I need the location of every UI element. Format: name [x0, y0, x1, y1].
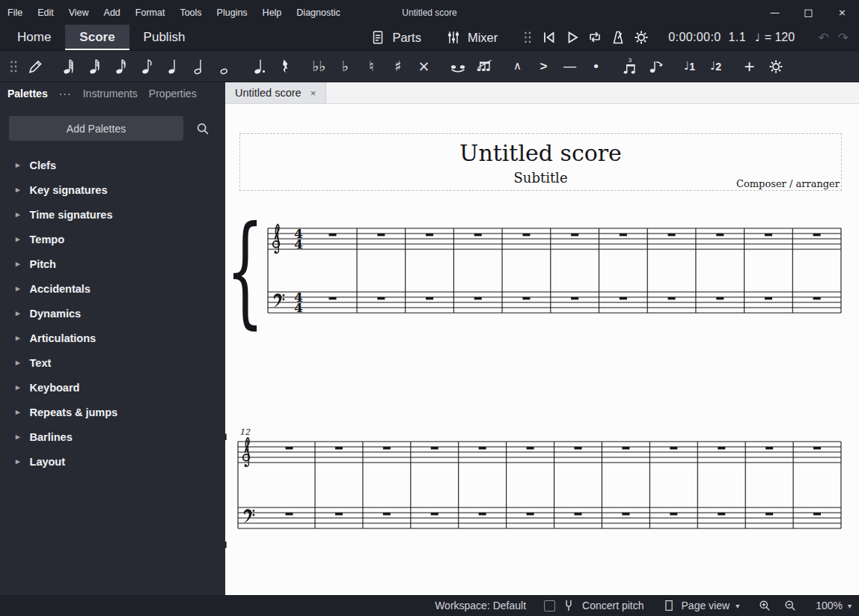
menu-tools[interactable]: Tools — [172, 0, 209, 25]
note-half-button[interactable] — [187, 55, 212, 79]
voice-1-button[interactable]: ♩1 — [677, 55, 702, 79]
tie-button[interactable] — [445, 55, 470, 79]
note-16th-button[interactable] — [108, 55, 133, 79]
tab-score[interactable]: Score — [65, 25, 129, 50]
marcato-button[interactable]: ∧ — [505, 55, 530, 79]
expand-arrow-icon[interactable]: ▸ — [16, 210, 20, 219]
playback-drag-handle-icon[interactable] — [517, 27, 538, 48]
score-page[interactable]: Untitled score Subtitle Composer / arran… — [225, 104, 859, 595]
double-flat-button[interactable]: ♭♭ — [307, 55, 331, 79]
tab-close-icon[interactable]: × — [311, 88, 317, 99]
expand-arrow-icon[interactable]: ▸ — [16, 432, 20, 442]
palette-item-dynamics[interactable]: ▸Dynamics — [0, 301, 225, 326]
expand-arrow-icon[interactable]: ▸ — [16, 308, 20, 318]
expand-arrow-icon[interactable]: ▸ — [16, 284, 20, 293]
voice-2-button[interactable]: ♩2 — [703, 55, 728, 79]
tab-instruments[interactable]: Instruments — [83, 88, 138, 100]
menu-help[interactable]: Help — [255, 0, 290, 25]
expand-arrow-icon[interactable]: ▸ — [16, 457, 20, 466]
tuplet-button[interactable]: 3 — [617, 55, 642, 79]
voice-note-icon: ♩ — [684, 61, 689, 72]
add-item-button[interactable]: + — [737, 55, 762, 79]
mixer-button[interactable]: Mixer — [445, 29, 498, 46]
maximize-button[interactable]: □ — [792, 0, 825, 25]
menu-file[interactable]: File — [0, 0, 30, 25]
palette-item-text[interactable]: ▸Text — [0, 350, 225, 375]
palette-item-keyboard[interactable]: ▸Keyboard — [0, 375, 225, 400]
palette-item-accidentals[interactable]: ▸Accidentals — [0, 276, 225, 301]
flat-button[interactable]: ♭ — [333, 55, 358, 79]
score-notation[interactable]: {4444{12 — [225, 104, 859, 595]
flip-direction-button[interactable] — [644, 55, 668, 79]
note-32nd-button[interactable] — [82, 55, 107, 79]
palette-item-layout[interactable]: ▸Layout — [0, 449, 225, 474]
concert-pitch-toggle[interactable]: Concert pitch — [544, 597, 644, 614]
palette-item-repeats-jumps[interactable]: ▸Repeats & jumps — [0, 400, 225, 424]
palette-item-tempo[interactable]: ▸Tempo — [0, 227, 225, 251]
customize-toolbar-button[interactable] — [763, 55, 788, 79]
menu-diagnostic[interactable]: Diagnostic — [289, 0, 347, 25]
tab-home[interactable]: Home — [3, 25, 65, 50]
palette-item-barlines[interactable]: ▸Barlines — [0, 424, 225, 449]
document-tab[interactable]: Untitled score × — [225, 82, 326, 103]
parts-button[interactable]: Parts — [370, 29, 421, 46]
add-palettes-button[interactable]: Add Palettes — [9, 116, 183, 141]
expand-arrow-icon[interactable]: ▸ — [16, 185, 20, 195]
playback-settings-button[interactable] — [631, 27, 652, 48]
slur-button[interactable] — [471, 55, 496, 79]
rewind-button[interactable] — [538, 27, 559, 48]
palette-item-pitch[interactable]: ▸Pitch — [0, 251, 225, 276]
augmentation-dot-button[interactable] — [247, 55, 272, 79]
palette-item-key-signatures[interactable]: ▸Key signatures — [0, 177, 225, 202]
loop-playback-button[interactable] — [584, 27, 605, 48]
accent-button[interactable]: > — [531, 55, 556, 79]
palette-item-clefs[interactable]: ▸Clefs — [0, 153, 225, 177]
menu-edit[interactable]: Edit — [30, 0, 61, 25]
menu-add[interactable]: Add — [97, 0, 128, 25]
minimize-button[interactable]: — — [758, 0, 792, 25]
view-mode-selector[interactable]: Page view ▾ — [662, 598, 740, 613]
workspace-button[interactable]: Workspace: Default — [435, 600, 526, 612]
rest-button[interactable] — [273, 55, 298, 79]
quarter-note-icon: ♩ — [755, 31, 760, 43]
menu-plugins[interactable]: Plugins — [210, 0, 255, 25]
tempo-button[interactable]: ♩ = 120 — [755, 31, 795, 44]
menu-view[interactable]: View — [61, 0, 97, 25]
expand-arrow-icon[interactable]: ▸ — [16, 358, 20, 368]
expand-arrow-icon[interactable]: ▸ — [16, 407, 20, 417]
expand-arrow-icon[interactable]: ▸ — [16, 160, 20, 170]
tab-properties[interactable]: Properties — [149, 88, 197, 100]
undo-button[interactable]: ↶ — [819, 30, 829, 45]
sharp-button[interactable]: ♯ — [385, 55, 410, 79]
palettes-more-button[interactable]: ··· — [59, 88, 72, 100]
tab-publish[interactable]: Publish — [129, 25, 200, 50]
concert-pitch-checkbox[interactable] — [544, 600, 555, 612]
tab-palettes[interactable]: Palettes — [7, 88, 48, 100]
tenuto-button[interactable]: — — [557, 55, 582, 79]
palette-item-time-signatures[interactable]: ▸Time signatures — [0, 202, 225, 227]
natural-button[interactable]: ♮ — [359, 55, 384, 79]
note-whole-button[interactable] — [213, 55, 238, 79]
note-quarter-button[interactable] — [161, 55, 186, 79]
note-64th-button[interactable] — [56, 55, 81, 79]
play-button[interactable] — [561, 27, 582, 48]
zoom-level-selector[interactable]: 100% ▾ — [816, 600, 852, 612]
zoom-in-button[interactable] — [757, 598, 772, 613]
expand-arrow-icon[interactable]: ▸ — [16, 333, 20, 343]
close-button[interactable]: × — [825, 0, 859, 25]
metronome-button[interactable] — [608, 27, 629, 48]
expand-arrow-icon[interactable]: ▸ — [16, 234, 20, 244]
double-sharp-button[interactable]: × — [412, 55, 436, 79]
note-input-mode-button[interactable] — [22, 55, 47, 79]
expand-arrow-icon[interactable]: ▸ — [16, 259, 20, 269]
expand-arrow-icon[interactable]: ▸ — [16, 382, 20, 392]
note-toolbar-drag-handle-icon[interactable] — [6, 55, 21, 79]
zoom-out-button[interactable] — [783, 598, 798, 613]
note-eighth-button[interactable] — [135, 55, 159, 79]
staccato-button[interactable]: • — [584, 55, 608, 79]
menu-format[interactable]: Format — [128, 0, 173, 25]
palette-item-articulations[interactable]: ▸Articulations — [0, 326, 225, 350]
score-canvas[interactable]: Untitled score Subtitle Composer / arran… — [225, 104, 859, 595]
search-palettes-button[interactable] — [189, 116, 216, 141]
redo-button[interactable]: ↷ — [838, 30, 849, 45]
